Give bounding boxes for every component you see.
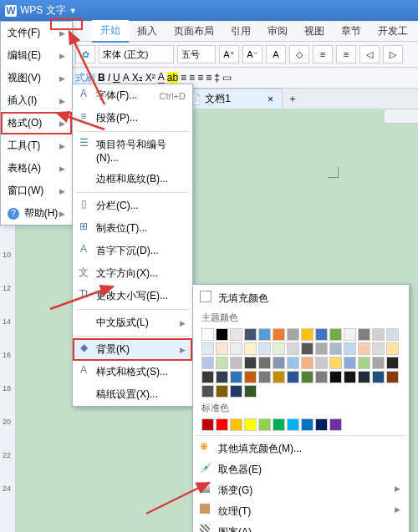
- color-swatch[interactable]: [258, 342, 271, 355]
- fill-icon[interactable]: ▭: [222, 72, 232, 84]
- tab-ref[interactable]: 引用: [222, 21, 259, 42]
- align-justify-icon[interactable]: ≡: [206, 72, 212, 84]
- color-swatch[interactable]: [201, 418, 214, 431]
- color-swatch[interactable]: [258, 357, 271, 369]
- color-swatch[interactable]: [329, 371, 342, 383]
- color-swatch[interactable]: [201, 342, 214, 355]
- color-swatch[interactable]: [301, 342, 314, 355]
- tab-start[interactable]: 开始: [92, 20, 129, 43]
- color-swatch[interactable]: [244, 371, 257, 383]
- color-swatch[interactable]: [315, 357, 328, 369]
- color-swatch[interactable]: [372, 342, 385, 355]
- tab-layout[interactable]: 页面布局: [166, 21, 222, 42]
- format-item-10[interactable]: Tt更改大小写(E)...: [73, 285, 192, 307]
- color-swatch[interactable]: [329, 418, 342, 431]
- color-swatch[interactable]: [230, 342, 242, 355]
- format-item-8[interactable]: A首字下沉(D)...: [73, 240, 192, 262]
- bold-icon[interactable]: B: [98, 72, 105, 84]
- tab-view[interactable]: 视图: [296, 21, 333, 42]
- menu-item-5[interactable]: 工具(T)▶: [1, 134, 72, 157]
- color-swatch[interactable]: [216, 371, 228, 383]
- color-swatch[interactable]: [344, 342, 356, 355]
- format-item-0[interactable]: A字体(F)...Ctrl+D: [73, 84, 192, 107]
- color-swatch[interactable]: [244, 328, 257, 341]
- color-swatch[interactable]: [315, 371, 328, 383]
- italic-icon[interactable]: I: [108, 72, 110, 84]
- sub-icon[interactable]: X₂: [132, 72, 143, 84]
- color-swatch[interactable]: [258, 328, 271, 341]
- increase-font-icon[interactable]: A⁺: [219, 45, 239, 63]
- font-name-select[interactable]: 宋体 (正文): [99, 45, 174, 63]
- color-swatch[interactable]: [301, 371, 314, 383]
- color-swatch[interactable]: [287, 342, 299, 355]
- color-swatch[interactable]: [287, 328, 299, 341]
- color-swatch[interactable]: [216, 328, 228, 341]
- color-swatch[interactable]: [287, 371, 299, 383]
- format-item-6[interactable]: ▯分栏(C)...: [73, 195, 192, 217]
- color-swatch[interactable]: [372, 357, 385, 369]
- tab-doc1[interactable]: 📄文档1×: [180, 89, 283, 109]
- eyedropper[interactable]: 💉取色器(E): [196, 459, 405, 480]
- color-swatch[interactable]: [201, 328, 214, 341]
- tab-insert[interactable]: 插入: [129, 21, 166, 42]
- menu-item-2[interactable]: 视图(V)▶: [1, 67, 72, 89]
- color-swatch[interactable]: [372, 371, 385, 383]
- color-swatch[interactable]: [244, 342, 257, 355]
- clear-icon[interactable]: ◇: [289, 45, 309, 63]
- format-item-1[interactable]: ≡段落(P)...: [73, 107, 192, 129]
- close-tab-icon[interactable]: ×: [268, 94, 273, 105]
- format-item-4[interactable]: 边框和底纹(B)...: [73, 168, 192, 190]
- color-swatch[interactable]: [201, 371, 214, 383]
- color-swatch[interactable]: [273, 371, 285, 383]
- color-swatch[interactable]: [386, 357, 399, 369]
- no-fill[interactable]: 无填充颜色: [196, 288, 405, 309]
- format-item-9[interactable]: 文文字方向(X)...: [73, 262, 192, 285]
- menu-item-7[interactable]: 窗口(W)▶: [1, 180, 72, 202]
- color-swatch[interactable]: [258, 418, 271, 431]
- tab-review[interactable]: 审阅: [259, 21, 296, 42]
- color-swatch[interactable]: [315, 342, 328, 355]
- pattern[interactable]: 图案(A): [196, 522, 405, 532]
- color-swatch[interactable]: [315, 328, 328, 341]
- color-swatch[interactable]: [216, 342, 228, 355]
- color-swatch[interactable]: [344, 371, 356, 383]
- color-swatch[interactable]: [273, 328, 285, 341]
- more-colors[interactable]: ❋其他填充颜色(M)...: [196, 438, 405, 459]
- color-swatch[interactable]: [244, 418, 257, 431]
- color-swatch[interactable]: [372, 328, 385, 341]
- color-swatch[interactable]: [287, 357, 299, 369]
- indent-inc-icon[interactable]: ▷: [383, 45, 403, 63]
- color-swatch[interactable]: [216, 385, 228, 398]
- color-swatch[interactable]: [301, 328, 314, 341]
- format-item-15[interactable]: A样式和格式(S)...: [73, 361, 192, 383]
- color-swatch[interactable]: [358, 328, 370, 341]
- color-swatch[interactable]: [329, 328, 342, 341]
- underline-icon[interactable]: U: [113, 72, 120, 84]
- color-swatch[interactable]: [301, 418, 314, 431]
- color-swatch[interactable]: [344, 357, 356, 369]
- format-painter-icon[interactable]: ✿: [75, 45, 95, 63]
- tab-dev[interactable]: 开发工: [370, 21, 416, 42]
- color-swatch[interactable]: [358, 371, 370, 383]
- color-swatch[interactable]: [244, 385, 257, 398]
- align-right-icon[interactable]: ≡: [197, 72, 203, 84]
- strike-icon[interactable]: A: [123, 72, 130, 84]
- color-swatch[interactable]: [216, 418, 228, 431]
- color-swatch[interactable]: [329, 342, 342, 355]
- menu-item-8[interactable]: ?帮助(H)▶: [1, 202, 72, 225]
- color-swatch[interactable]: [386, 328, 399, 341]
- format-item-7[interactable]: ⊞制表位(T)...: [73, 217, 192, 240]
- tab-chapter[interactable]: 章节: [333, 21, 370, 42]
- highlight-icon[interactable]: ab: [167, 72, 178, 84]
- color-swatch[interactable]: [273, 357, 285, 369]
- color-swatch[interactable]: [216, 357, 228, 369]
- color-swatch[interactable]: [273, 418, 285, 431]
- super-icon[interactable]: X²: [145, 72, 155, 84]
- color-swatch[interactable]: [201, 357, 214, 369]
- numbering-icon[interactable]: ≡: [336, 45, 356, 63]
- color-swatch[interactable]: [258, 371, 271, 383]
- color-swatch[interactable]: [230, 371, 242, 383]
- align-left-icon[interactable]: ≡: [181, 72, 186, 84]
- line-spacing-icon[interactable]: ‡: [214, 72, 220, 84]
- format-item-12[interactable]: 中文版式(L)▶: [73, 312, 192, 334]
